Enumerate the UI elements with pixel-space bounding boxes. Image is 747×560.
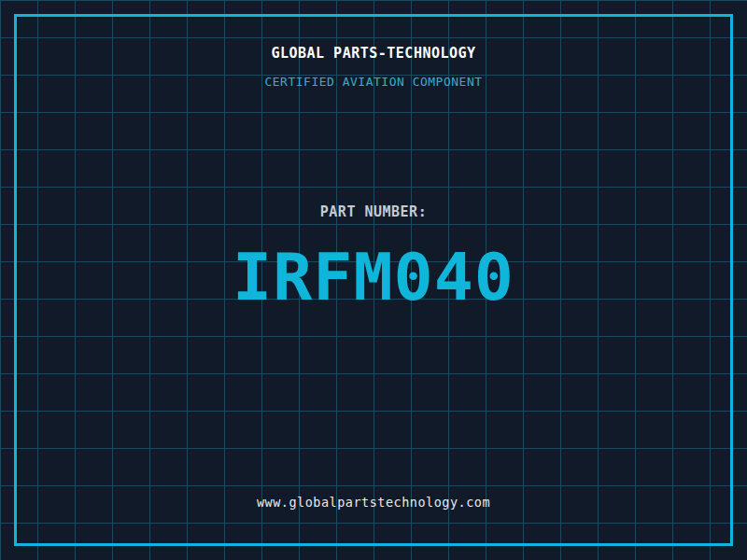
website-url: www.globalpartstechnology.com bbox=[0, 494, 747, 511]
part-number-value: IRFM040 bbox=[0, 244, 747, 311]
brand-title: GLOBAL PARTS-TECHNOLOGY bbox=[0, 45, 747, 62]
part-number-label: PART NUMBER: bbox=[0, 203, 747, 220]
brand-subtitle: CERTIFIED AVIATION COMPONENT bbox=[0, 75, 747, 90]
